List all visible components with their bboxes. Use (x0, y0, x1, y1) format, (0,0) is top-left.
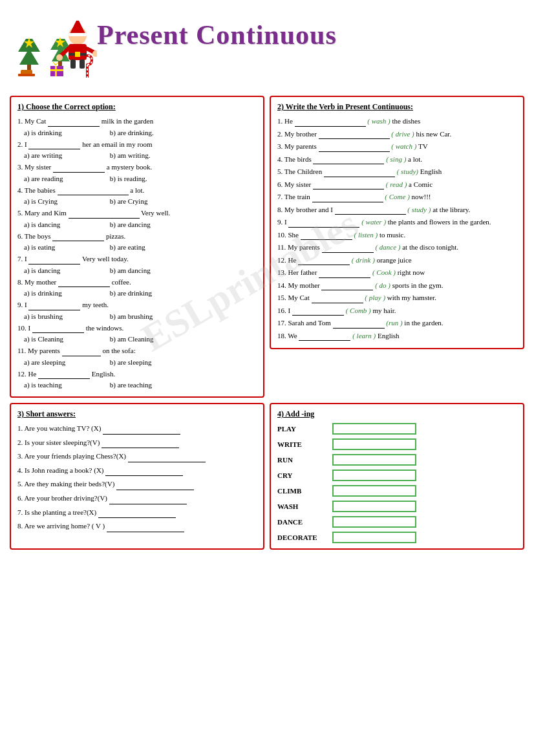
ex1-blank-7 (28, 255, 80, 265)
ex2-blank-5 (324, 168, 395, 177)
ex1-item-1: 1. My Cat milk in the garden (17, 116, 257, 127)
ex1-item-12: 12. He English. (17, 369, 257, 380)
svg-rect-24 (18, 74, 35, 76)
ex1-blank-8 (58, 278, 110, 287)
sa-item-4: 4. Is John reading a book? (X) (17, 465, 257, 477)
ex2-blank-13 (319, 269, 370, 278)
ex1-options-9: a) is brushing b) am brushing (24, 312, 257, 320)
sa-item-2: 2. Is your sister sleeping?(V) (17, 437, 257, 449)
exercise-4-box: 4) Add -ing PLAY WRITE RUN CRY (270, 403, 524, 550)
svg-marker-22 (53, 62, 58, 65)
ex1-blank-2 (28, 140, 80, 149)
ex2-item-13: 13. Her father ( Cook ) right now (277, 267, 517, 278)
ex2-item-10: 10. She ( listen ) to music. (277, 230, 517, 241)
adding-input-1 (332, 423, 416, 435)
adding-label-5: CLIMB (277, 487, 326, 495)
exercise-1-title: 1) Choose the Correct option: (17, 102, 257, 112)
adding-row-6: WASH (277, 501, 517, 512)
ex2-item-14: 14. My mother ( do ) sports in the gym. (277, 280, 517, 291)
ex2-item-9: 9. I ( water ) the plants and flowers in… (277, 217, 517, 228)
bottom-section: 3) Short answers: 1. Are you watching TV… (6, 403, 528, 550)
ex1-item-7: 7. I Very well today. (17, 254, 257, 265)
exercise-1-box: 1) Choose the Correct option: 1. My Cat … (10, 96, 264, 398)
ex2-blank-6 (313, 180, 384, 189)
sa-blank-3 (128, 453, 206, 462)
ex1-item-11: 11. My parents on the sofa: (17, 345, 257, 356)
ex2-blank-16 (292, 307, 344, 316)
ex2-item-15: 15. My Cat ( play ) with my hamster. (277, 292, 517, 303)
adding-row-5: CLIMB (277, 485, 517, 497)
ex2-blank-15 (312, 294, 363, 303)
adding-input-7 (332, 516, 416, 528)
ex1-item-10: 10. I the windows. (17, 323, 257, 334)
exercise-3-title: 3) Short answers: (17, 409, 257, 419)
ex1-blank-9 (28, 301, 80, 310)
adding-label-7: DANCE (277, 518, 326, 526)
ex1-options-12: a) is teaching b) are teaching (24, 381, 257, 389)
svg-point-9 (75, 16, 80, 21)
adding-label-8: DECORATE (277, 534, 326, 541)
ex1-blank-1 (48, 118, 100, 127)
adding-row-3: RUN (277, 454, 517, 466)
right-column: 2) Write the Verb in Present Continuous:… (270, 96, 524, 398)
ex1-item-5: 5. Mary and Kim Very well. (17, 208, 257, 219)
page-title: Present Continuous (97, 6, 337, 50)
sa-blank-5 (116, 481, 194, 490)
sa-item-8: 8. Are we arriving home? ( V ) (17, 521, 257, 532)
ex1-options-11: a) are sleeping b) are sleeping (24, 358, 257, 366)
adding-row-8: DECORATE (277, 532, 517, 543)
ex2-blank-17 (333, 319, 385, 329)
adding-label-2: WRITE (277, 440, 326, 448)
ex1-item-3: 3. My sister a mystery book. (17, 162, 257, 173)
ex1-options-4: a) is Crying b) are Crying (24, 197, 257, 205)
adding-label-3: RUN (277, 456, 326, 464)
sa-item-3: 3. Are your friends playing Chess?(X) (17, 451, 257, 462)
svg-rect-17 (70, 59, 76, 69)
exercise-4-title: 4) Add -ing (277, 409, 517, 419)
ex1-item-6: 6. The boys pizzas. (17, 231, 257, 242)
ex2-item-3: 3. My parents ( watch ) TV (277, 141, 517, 152)
adding-label-4: CRY (277, 471, 326, 479)
ex1-options-6: a) is eating b) are eating (24, 243, 257, 251)
sa-item-1: 1. Are you watching TV? (X) (17, 423, 257, 435)
exercise-2-title: 2) Write the Verb in Present Continuous: (277, 102, 517, 112)
adding-grid: PLAY WRITE RUN CRY CLIMB (277, 423, 517, 543)
ex1-options-8: a) is drinking b) are drinking (24, 289, 257, 297)
ex1-item-4: 4. The babies a lot. (17, 185, 257, 196)
adding-input-8 (332, 532, 416, 543)
adding-input-4 (332, 470, 416, 481)
ex2-item-4: 4. The birds ( sing ) a lot. (277, 154, 517, 165)
ex2-blank-18 (299, 332, 350, 341)
ex1-item-2: 2. I her an email in my room (17, 139, 257, 150)
ex2-blank-8 (335, 206, 406, 215)
ex2-item-6: 6. My sister ( read ) a Comic (277, 179, 517, 190)
ex2-item-7: 7. The train ( Come ) now!!! (277, 191, 517, 202)
ex2-blank-11 (322, 244, 374, 253)
ex1-item-8: 8. My mother coffee. (17, 277, 257, 288)
sa-blank-1 (103, 426, 180, 435)
sa-blank-6 (109, 495, 187, 504)
adding-row-4: CRY (277, 470, 517, 481)
sa-blank-4 (105, 467, 183, 476)
ex2-blank-7 (312, 193, 383, 202)
ex1-blank-4 (58, 186, 129, 195)
ex1-options-7: a) is dancing b) am dancing (24, 266, 257, 274)
ex2-blank-12 (298, 256, 350, 265)
ex2-blank-3 (319, 143, 390, 152)
ex1-blank-12 (38, 370, 90, 379)
ex1-options-5: a) is dancing b) are dancing (24, 221, 257, 228)
adding-input-5 (332, 485, 416, 497)
adding-label-1: PLAY (277, 425, 326, 433)
ex2-blank-14 (321, 281, 373, 290)
svg-rect-8 (69, 33, 87, 36)
adding-row-1: PLAY (277, 423, 517, 435)
title-area: Present Continuous (6, 6, 528, 91)
exercise-3-box: 3) Short answers: 1. Are you watching TV… (10, 403, 264, 550)
sa-item-7: 7. Is she planting a tree?(X) (17, 507, 257, 519)
svg-point-15 (56, 54, 63, 61)
ex2-item-1: 1. He ( wash ) the dishes (277, 116, 517, 127)
ex1-blank-3 (53, 164, 105, 173)
ex2-item-11: 11. My parents ( dance ) at the disco to… (277, 242, 517, 253)
ex2-item-16: 16. I ( Comb ) my hair. (277, 305, 517, 316)
sa-item-6: 6. Are your brother driving?(V) (17, 493, 257, 504)
